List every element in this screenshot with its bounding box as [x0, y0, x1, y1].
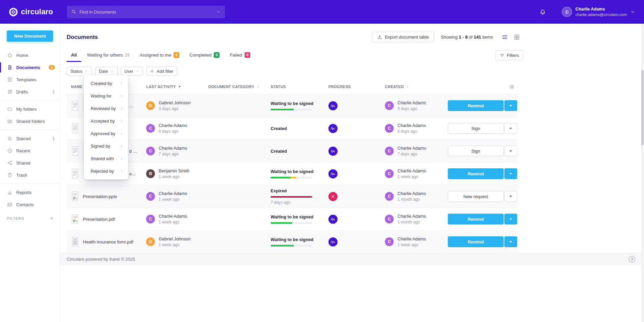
created-time: 7 days ago: [397, 152, 426, 156]
sidebar-item-my-folders[interactable]: My folders: [0, 103, 60, 115]
column-header-status: STATUS: [271, 85, 328, 89]
grid-view-icon[interactable]: [513, 34, 520, 40]
remind-button[interactable]: Remind: [448, 168, 504, 179]
filter-menu-item-accepted-by[interactable]: Accepted by: [84, 115, 128, 127]
signature-progress-icon[interactable]: [328, 215, 338, 224]
document-name[interactable]: d …: [129, 149, 137, 154]
tabs-row: AllWaiting for others26Assigned to me0Co…: [60, 48, 523, 62]
filter-menu-item-created-by[interactable]: Created by: [84, 77, 128, 90]
filter-icon: [500, 53, 505, 58]
contacts-icon: [7, 202, 13, 207]
sidebar-item-shared-folders[interactable]: Shared folders: [0, 115, 60, 127]
filter-menu-item-waiting-for[interactable]: Waiting for: [84, 90, 128, 102]
sidebar-item-templates[interactable]: Templates: [0, 73, 60, 86]
global-search[interactable]: [67, 6, 225, 18]
action-dropdown-button[interactable]: [504, 191, 517, 202]
new-document-button[interactable]: New Document: [7, 30, 53, 42]
column-label: NAME: [71, 85, 83, 89]
sort-desc-icon[interactable]: [178, 85, 182, 89]
signature-progress-icon[interactable]: [328, 124, 338, 133]
created-user-name: Charlie Adams: [397, 236, 426, 241]
document-name[interactable]: …: [129, 103, 134, 108]
filter-menu-item-shared-with[interactable]: Shared with: [84, 152, 128, 165]
notifications-bell-icon[interactable]: [539, 8, 546, 16]
created-user-name: Charlie Adams: [397, 214, 426, 219]
tab-completed[interactable]: Completed0: [185, 52, 224, 62]
scrollbar-track[interactable]: [641, 24, 644, 322]
list-view-icon[interactable]: [502, 34, 508, 40]
template-icon: [7, 77, 13, 82]
tab-waiting-for-others[interactable]: Waiting for others26: [83, 52, 134, 62]
action-dropdown-button[interactable]: [504, 236, 517, 247]
sort-icon[interactable]: [256, 85, 260, 89]
sidebar-item-documents[interactable]: Documents0: [0, 61, 60, 73]
filter-menu-item-label: Waiting for: [91, 93, 112, 99]
filter-chip-date[interactable]: Date: [95, 67, 117, 76]
filters-button[interactable]: Filters: [495, 50, 523, 60]
new-request-button[interactable]: New request: [448, 191, 504, 202]
document-name[interactable]: Presentation.pptx: [83, 194, 117, 199]
sidebar-item-recent[interactable]: Recent: [0, 145, 60, 157]
filter-dropdown-menu: Created byWaiting forReviewed byAccepted…: [84, 75, 128, 179]
action-dropdown-button[interactable]: [504, 123, 517, 134]
status-cell: Created: [271, 126, 328, 131]
action-dropdown-button[interactable]: [504, 100, 517, 111]
sidebar-item-contacts[interactable]: Contacts: [0, 198, 60, 211]
sidebar: New Document HomeDocuments0TemplatesDraf…: [0, 24, 60, 322]
app-logo[interactable]: circularo: [0, 7, 60, 17]
filter-menu-item-signed-by[interactable]: Signed by: [84, 140, 128, 152]
user-avatar[interactable]: C: [562, 7, 572, 17]
document-name[interactable]: o…: [129, 171, 136, 176]
filter-menu-item-reviewed-by[interactable]: Reviewed by: [84, 102, 128, 115]
remind-button[interactable]: Remind: [448, 214, 504, 224]
search-scope-chevron-icon[interactable]: [216, 9, 221, 14]
user-info[interactable]: Charlie Adams charlie.adams@circularo.co…: [575, 6, 627, 17]
sidebar-item-starred[interactable]: Starred1: [0, 132, 60, 145]
showing-summary: Showing 1 - 8 of 141 items: [441, 35, 493, 40]
add-sidebar-filter-icon[interactable]: [49, 216, 54, 221]
signature-progress-icon[interactable]: [328, 169, 338, 178]
scrollbar-thumb[interactable]: [641, 70, 644, 145]
column-header-created[interactable]: CREATED: [385, 85, 448, 89]
filter-menu-item-rejected-by[interactable]: Rejected by: [84, 165, 128, 177]
document-name[interactable]: Presentation.pdf: [83, 217, 115, 222]
signature-progress-icon[interactable]: [328, 237, 338, 246]
column-header-last-activity[interactable]: LAST ACTIVITY: [146, 85, 208, 89]
user-menu-chevron-icon[interactable]: [630, 9, 635, 15]
sign-button[interactable]: Sign: [448, 123, 504, 134]
sidebar-item-shared[interactable]: Shared: [0, 157, 60, 169]
table-settings-gear-icon[interactable]: [509, 84, 515, 90]
remind-button[interactable]: Remind: [448, 100, 504, 111]
filter-chip-user[interactable]: User: [121, 67, 143, 76]
document-name[interactable]: Health insurance form.pdf: [83, 239, 133, 244]
document-tabs: AllWaiting for others26Assigned to me0Co…: [67, 52, 255, 62]
action-dropdown-button[interactable]: [504, 214, 517, 224]
filter-menu-item-approved-by[interactable]: Approved by: [84, 127, 128, 140]
expired-progress-icon[interactable]: [328, 192, 338, 201]
signature-progress-icon[interactable]: [328, 147, 338, 156]
activity-user-name: Charlie Adams: [159, 214, 187, 219]
sidebar-item-drafts[interactable]: Drafts1: [0, 86, 60, 98]
avatar: C: [385, 237, 394, 246]
export-document-table-button[interactable]: Export document table: [372, 32, 434, 42]
remind-button[interactable]: Remind: [448, 236, 504, 247]
action-dropdown-button[interactable]: [504, 146, 517, 156]
sidebar-item-reports[interactable]: Reports: [0, 186, 60, 198]
add-filter-button[interactable]: Add filter: [146, 67, 177, 76]
action-dropdown-button[interactable]: [504, 168, 517, 179]
search-input[interactable]: [79, 9, 213, 15]
tab-failed[interactable]: Failed0: [225, 52, 255, 62]
signature-progress-icon[interactable]: [328, 101, 338, 110]
activity-user-name: Charlie Adams: [159, 146, 187, 151]
sidebar-item-home[interactable]: Home: [0, 49, 60, 61]
help-icon[interactable]: ?: [629, 256, 635, 262]
page-title: Documents: [67, 34, 98, 41]
sidebar-item-trash[interactable]: Trash: [0, 169, 60, 181]
sign-button[interactable]: Sign: [448, 146, 504, 156]
table-row: …GGabriel Johnson3 days agoWaiting to be…: [67, 94, 518, 117]
tab-all[interactable]: All: [67, 52, 81, 62]
sort-icon[interactable]: [406, 85, 410, 89]
tab-assigned-to-me[interactable]: Assigned to me0: [135, 52, 184, 62]
column-header-document-category[interactable]: DOCUMENT CATEGORY: [208, 85, 271, 89]
filter-chip-status[interactable]: Status: [67, 67, 92, 76]
